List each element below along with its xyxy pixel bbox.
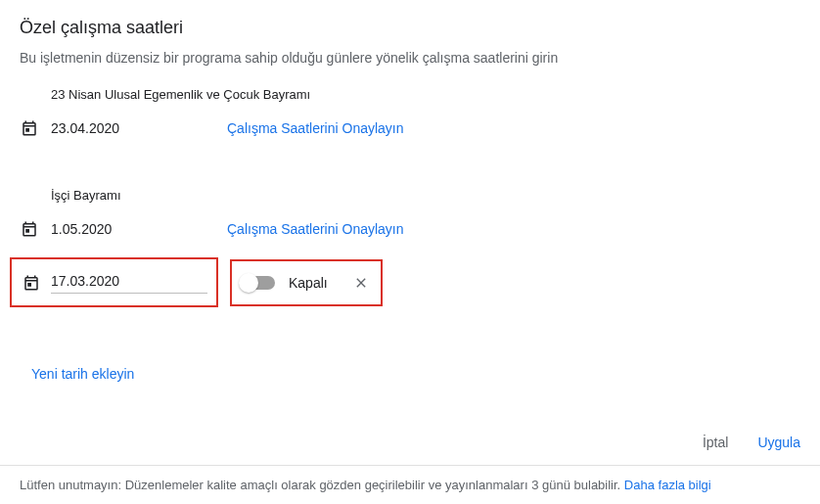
closed-toggle-highlight: Kapalı — [230, 259, 383, 306]
add-date-link[interactable]: Yeni tarih ekleyin — [31, 366, 134, 382]
holiday-date: 1.05.2020 — [51, 221, 227, 237]
footer-text: Düzenlemeler kalite amaçlı olarak gözden… — [121, 478, 624, 492]
confirm-hours-link[interactable]: Çalışma Saatlerini Onaylayın — [227, 120, 404, 136]
dialog-actions: İptal Uygula — [703, 435, 800, 450]
learn-more-link[interactable]: Daha fazla bilgi — [624, 478, 711, 492]
remove-row-button[interactable] — [351, 273, 371, 293]
page-title: Özel çalışma saatleri — [20, 18, 800, 38]
holiday-name-label: İşçi Bayramı — [51, 188, 800, 203]
date-field-highlight — [10, 257, 218, 307]
custom-date-input[interactable] — [51, 271, 207, 294]
apply-button[interactable]: Uygula — [757, 435, 800, 450]
custom-date-row: Kapalı — [10, 257, 800, 307]
holiday-date: 23.04.2020 — [51, 120, 227, 136]
holiday-entry: İşçi Bayramı 1.05.2020 Çalışma Saatlerin… — [20, 188, 800, 246]
holiday-name-label: 23 Nisan Ulusal Egemenlik ve Çocuk Bayra… — [51, 87, 800, 102]
calendar-icon — [20, 118, 39, 138]
footer-note: Lütfen unutmayın: Düzenlemeler kalite am… — [0, 465, 820, 504]
calendar-icon — [22, 273, 41, 293]
footer-prefix: Lütfen unutmayın: — [20, 478, 121, 492]
calendar-icon — [20, 219, 39, 239]
holiday-entry: 23 Nisan Ulusal Egemenlik ve Çocuk Bayra… — [20, 87, 800, 145]
confirm-hours-link[interactable]: Çalışma Saatlerini Onaylayın — [227, 221, 404, 237]
cancel-button[interactable]: İptal — [703, 435, 728, 450]
closed-toggle[interactable] — [242, 276, 275, 290]
toggle-knob — [239, 273, 258, 293]
page-subtitle: Bu işletmenin düzensiz bir programa sahi… — [20, 50, 800, 66]
closed-toggle-label: Kapalı — [289, 275, 338, 291]
